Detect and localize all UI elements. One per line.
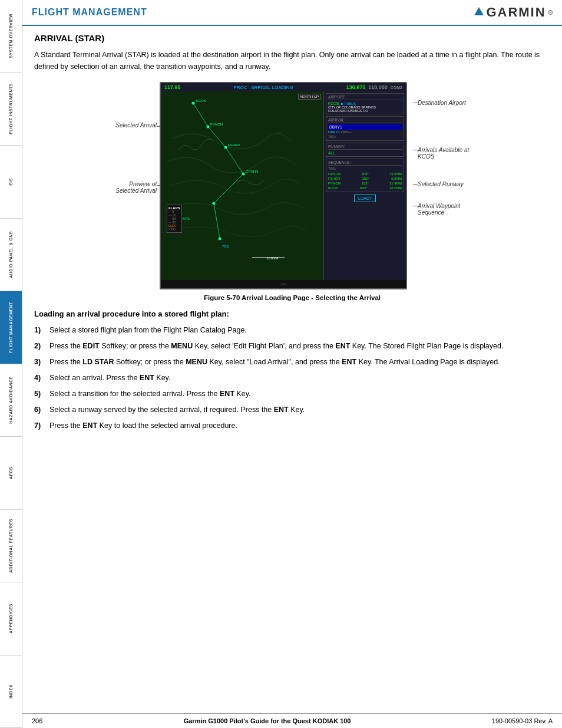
svg-point-4 — [213, 202, 216, 205]
list-item: 6) Select a runway served by the selecte… — [34, 404, 550, 416]
main-content: FLIGHT MANAGEMENT GARMIN ® ARRIVAL (STAR… — [22, 0, 562, 728]
sidebar-item-index[interactable]: INDEX — [0, 655, 22, 729]
runway-header: RUNWAY: — [328, 144, 402, 150]
airport-section: AIRPORT: KCOS ◆ PUBLIC CITY OF COLORADO … — [326, 93, 404, 114]
load-button-area: LOAD? — [326, 194, 404, 203]
left-annotations: Selected Arrival Preview of Selected Arr… — [83, 82, 157, 289]
svg-point-0 — [192, 102, 195, 105]
page-footer: 206 Garmin G1000 Pilot's Guide for the Q… — [22, 713, 562, 728]
map-svg: KCOS PYNON FSHER OPSHN FLAPS TBE 100NM — [161, 91, 323, 280]
airport-header: AIRPORT: — [328, 95, 402, 100]
arrival-header: ARRIVAL: — [328, 118, 402, 123]
annotation-line-arr — [413, 150, 418, 150]
footer-center-text: Garmin G1000 Pilot's Guide for the Quest… — [184, 717, 351, 724]
garmin-text: GARMIN — [486, 5, 546, 20]
sidebar-item-additional-features[interactable]: ADDITIONAL FEATURES — [0, 510, 22, 583]
airport-state: COLORADO SPRINGS CO — [328, 109, 402, 113]
list-item: 3) Press the LD STAR Softkey; or press t… — [34, 356, 550, 368]
seq-row-3: PYNON352°11.9NM — [328, 181, 402, 186]
screen-title: PROC - ARRIVAL LOADING — [233, 85, 293, 90]
annotation-line-dest — [413, 103, 418, 103]
left-freq: 117.95 — [164, 84, 181, 90]
annotation-arrivals-available: Arrivals Available at KCOS — [418, 147, 469, 160]
page-number: 206 — [32, 717, 42, 724]
airport-id-row: KCOS ◆ PUBLIC — [328, 101, 402, 106]
annotation-line-rwy — [413, 184, 418, 185]
svg-text:100NM: 100NM — [267, 256, 278, 260]
svg-text:PYNON: PYNON — [210, 123, 223, 126]
annotation-selected-arrival: Selected Arrival — [115, 122, 157, 129]
seq-row-1: OPSHN308°73.0NM — [328, 172, 402, 176]
screen-panel: AIRPORT: KCOS ◆ PUBLIC CITY OF COLORADO … — [323, 91, 406, 280]
sidebar-item-system-overview[interactable]: SYSTEM OVERVIEW — [0, 0, 22, 73]
annotation-selected-runway: Selected Runway — [418, 181, 464, 187]
svg-text:FSHER: FSHER — [228, 143, 240, 147]
footer-right-text: 190-00590-03 Rev. A — [492, 717, 553, 724]
garmin-triangle-icon — [474, 7, 484, 15]
svg-point-1 — [207, 126, 210, 129]
runway-section: RUNWAY: ALL — [326, 143, 404, 157]
arrival-selected-highlight: DBRY1 — [328, 124, 402, 130]
annotation-preview: Preview of Selected Arrival — [115, 181, 157, 194]
annotation-line-seq — [413, 206, 418, 206]
arrival-tbc: TBC: — [328, 134, 402, 139]
sidebar-item-hazard-avoidance[interactable]: HAZARD AVOIDANCE — [0, 364, 22, 437]
sidebar-item-appendices[interactable]: APPENDICES — [0, 582, 22, 655]
right-annotations: Destination Airport Arrivals Available a… — [413, 82, 525, 289]
flaps-indicator: FLAPS — 0 — 10 — 20 — 30 ELEV ┘T/O — [167, 205, 182, 233]
screen-top-bar: 117.95 PROC - ARRIVAL LOADING 136.975 11… — [161, 83, 406, 91]
sequence-header: SEQUENCE: — [328, 160, 402, 166]
svg-text:OPSHN: OPSHN — [246, 170, 258, 173]
figure-outer: Selected Arrival Preview of Selected Arr… — [160, 82, 407, 289]
load-button[interactable]: LOAD? — [354, 195, 376, 202]
sequence-tbe: TBE: — [328, 167, 402, 170]
seq-row-2: FSHER352°9.8NM — [328, 176, 402, 181]
list-item: 2) Press the EDIT Softkey; or press the … — [34, 340, 550, 352]
screen-body: NORTH UP — [161, 91, 406, 280]
avionics-screen: 117.95 PROC - ARRIVAL LOADING 136.975 11… — [160, 82, 407, 289]
arrival-section: ARRIVAL: DBRY1 DBRY1 CRY— TBC: — [326, 116, 404, 141]
list-item: 1) Select a stored flight plan from the … — [34, 324, 550, 336]
figure-container: Selected Arrival Preview of Selected Arr… — [34, 82, 550, 289]
airport-icon: ◆ PUBLIC — [340, 102, 356, 106]
garmin-logo: GARMIN ® — [474, 5, 553, 20]
seq-row-4: KCOS942°18.0NM — [328, 186, 402, 190]
map-area: NORTH UP — [161, 91, 323, 280]
loading-title: Loading an arrival procedure into a stor… — [34, 309, 550, 318]
airport-id: KCOS — [328, 101, 339, 106]
steps-list: 1) Select a stored flight plan from the … — [34, 324, 550, 431]
annotation-arrival-waypoint-sequence: Arrival Waypoint Sequence — [418, 203, 461, 216]
sidebar: SYSTEM OVERVIEWFLIGHT INSTRUMENTSEISAUDI… — [0, 0, 22, 728]
sidebar-item-eis[interactable]: EIS — [0, 146, 22, 219]
right-freq: 136.975 118.000 COM2 — [346, 84, 402, 90]
sidebar-item-afcs[interactable]: AFCS — [0, 437, 22, 510]
list-item: 7) Press the ENT Key to load the selecte… — [34, 420, 550, 431]
svg-text:KCOS: KCOS — [196, 99, 206, 103]
svg-point-5 — [219, 238, 222, 241]
arrival-option: DBRY1 CRY— — [328, 130, 402, 134]
annotation-destination-airport: Destination Airport — [418, 100, 466, 106]
section-title: ARRIVAL (STAR) — [34, 33, 550, 43]
svg-text:TBE: TBE — [222, 245, 229, 248]
sidebar-item-flight-management[interactable]: FLIGHT MANAGEMENT — [0, 291, 22, 364]
intro-text: A Standard Terminal Arrival (STAR) is lo… — [34, 49, 550, 73]
runway-value: ALL — [328, 151, 402, 155]
sidebar-item-audio-panel[interactable]: AUDIO PANEL & CNS — [0, 219, 22, 292]
page-title: FLIGHT MANAGEMENT — [32, 7, 147, 18]
svg-point-2 — [224, 146, 227, 149]
page-header: FLIGHT MANAGEMENT GARMIN ® — [22, 0, 562, 26]
list-item: 4) Select an arrival. Press the ENT Key. — [34, 372, 550, 384]
sequence-section: SEQUENCE: TBE: OPSHN308°73.0NM FSHER352°… — [326, 159, 404, 192]
content-area: ARRIVAL (STAR) A Standard Terminal Arriv… — [22, 26, 562, 713]
screen-bottom: LUP — [161, 280, 406, 288]
list-item: 5) Select a transition for the selected … — [34, 388, 550, 400]
sidebar-item-flight-instruments[interactable]: FLIGHT INSTRUMENTS — [0, 73, 22, 146]
garmin-registered: ® — [548, 9, 553, 16]
svg-point-3 — [242, 173, 245, 176]
figure-caption: Figure 5-70 Arrival Loading Page - Selec… — [34, 294, 550, 301]
